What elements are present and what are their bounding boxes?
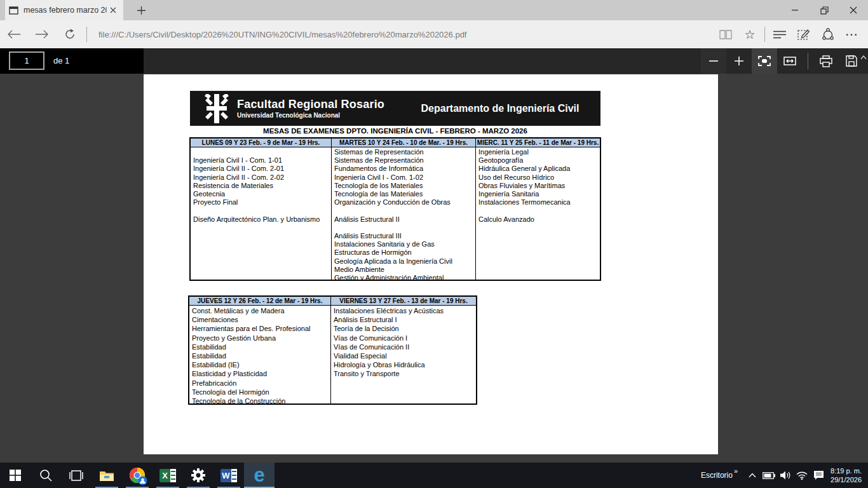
pdf-page: Facultad Regional Rosario Universidad Te…: [144, 74, 718, 454]
edge-icon: e: [254, 466, 264, 485]
reading-view-button[interactable]: [714, 20, 738, 48]
plus-icon: [137, 6, 146, 15]
monday-column: LUNES 09 Y 23 Feb. - 9 de Mar - 19 Hrs. …: [191, 139, 332, 280]
toolbar-chevron-icon[interactable]: »: [734, 467, 738, 475]
toolbar-divider: [764, 27, 765, 42]
column-header-wednesday: MIERC. 11 Y 25 Feb. - 11 de Mar - 19 Hrs…: [476, 139, 600, 147]
column-header-tuesday: MARTES 10 Y 24 Feb. - 10 de Mar. - 19 Hr…: [332, 139, 475, 147]
minus-icon: [709, 56, 719, 66]
scroll-up-icon[interactable]: [860, 51, 867, 62]
document-header-banner: Facultad Regional Rosario Universidad Te…: [190, 91, 600, 126]
web-note-icon: [797, 28, 810, 41]
browser-tab[interactable]: mesas febrero marzo 20: [5, 0, 123, 20]
tab-title: mesas febrero marzo 20: [24, 6, 107, 15]
window-restore-button[interactable]: [810, 0, 839, 20]
settings-button[interactable]: [183, 463, 214, 488]
column-header-monday: LUNES 09 Y 23 Feb. - 9 de Mar - 19 Hrs.: [191, 139, 331, 147]
fit-to-page-button[interactable]: [752, 48, 777, 74]
clock-date: 29/1/2026: [831, 475, 862, 484]
network-indicator[interactable]: [794, 463, 810, 488]
start-button[interactable]: [0, 463, 31, 488]
file-explorer-button[interactable]: [92, 463, 122, 488]
thursday-column: JUEVES 12 Y 26 Feb. - 12 de Mar - 19 Hrs…: [189, 297, 331, 403]
battery-icon: [763, 472, 775, 479]
chrome-icon: [129, 467, 146, 484]
page-number-input[interactable]: [9, 51, 44, 70]
zoom-in-button[interactable]: [726, 48, 752, 74]
column-subjects-thursday: Const. Metálicas y de MaderaCimentacione…: [189, 306, 330, 403]
save-floppy-icon: [846, 55, 857, 67]
speaker-icon: [780, 471, 791, 480]
more-dots-icon: ⋯: [845, 27, 859, 42]
column-subjects-tuesday: Sistemas de RepresentaciónSistemas de Re…: [332, 147, 475, 280]
browser-tab-bar: mesas febrero marzo 20: [0, 0, 868, 20]
task-view-button[interactable]: [61, 463, 92, 488]
tab-close-icon[interactable]: [107, 4, 119, 17]
fit-to-width-button[interactable]: [777, 48, 803, 74]
department-name: Departamento de Ingeniería Civil: [405, 91, 595, 126]
university-name: Universidad Tecnológica Nacional: [237, 112, 384, 119]
hub-button[interactable]: [768, 20, 792, 48]
url-field[interactable]: file:///C:/Users/Civil/Desktop/2026%20UT…: [90, 25, 714, 44]
pdf-content-area[interactable]: Facultad Regional Rosario Universidad Te…: [0, 74, 868, 463]
gear-icon: [191, 468, 206, 483]
back-button[interactable]: [0, 20, 28, 48]
action-center-button[interactable]: [810, 463, 827, 488]
print-button[interactable]: [813, 48, 839, 74]
refresh-icon: [64, 29, 76, 40]
share-icon: [822, 28, 834, 41]
windows-taskbar: X W e Escritorio »: [0, 463, 868, 488]
excel-icon: X: [159, 469, 176, 482]
page-count-label: de 1: [53, 56, 69, 65]
zoom-out-button[interactable]: [701, 48, 726, 74]
window-minimize-button[interactable]: [780, 0, 810, 20]
exam-table-week1: LUNES 09 Y 23 Feb. - 9 de Mar - 19 Hrs. …: [189, 137, 601, 281]
toolbar-divider: [808, 53, 808, 69]
column-subjects-friday: Instalaciones Eléctricas y AcústicasAnál…: [331, 306, 476, 403]
book-icon: [719, 30, 732, 39]
chevron-up-icon: [749, 473, 756, 478]
favorites-button[interactable]: ☆: [738, 20, 762, 48]
more-options-button[interactable]: ⋯: [840, 20, 864, 48]
friday-column: VIERNES 13 Y 27 Feb. - 13 de Mar - 19 Hr…: [331, 297, 476, 403]
show-hidden-icons-button[interactable]: [744, 463, 761, 488]
search-button[interactable]: [31, 463, 61, 488]
edge-button[interactable]: e: [244, 463, 275, 488]
excel-button[interactable]: X: [153, 463, 183, 488]
toolbar-divider: [86, 27, 87, 42]
window-close-button[interactable]: [839, 0, 868, 20]
page-favicon-icon: [9, 6, 18, 15]
column-subjects-wednesday: Ingeniería LegalGeotopografíaHidráulica …: [476, 147, 600, 280]
fit-page-icon: [758, 56, 771, 66]
wifi-icon: [796, 471, 808, 480]
banner-text-block: Facultad Regional Rosario Universidad Te…: [237, 98, 384, 119]
address-bar-actions: ☆ ⋯: [714, 20, 864, 48]
exam-table-week2: JUEVES 12 Y 26 Feb. - 12 de Mar - 19 Hrs…: [188, 295, 477, 405]
taskbar-clock[interactable]: 8:19 p. m. 29/1/2026: [831, 466, 862, 484]
volume-indicator[interactable]: [777, 463, 794, 488]
task-view-icon: [69, 470, 84, 481]
word-button[interactable]: W: [214, 463, 244, 488]
word-icon: W: [220, 469, 237, 482]
battery-indicator[interactable]: [761, 463, 777, 488]
browser-address-bar: file:///C:/Users/Civil/Desktop/2026%20UT…: [0, 20, 868, 48]
search-icon: [39, 469, 52, 482]
new-tab-button[interactable]: [127, 0, 155, 20]
back-arrow-icon: [7, 30, 21, 39]
document-title: MESAS DE EXAMENES DPTO. INGENIERÍA CIVIL…: [190, 127, 600, 135]
hub-lines-icon: [773, 30, 786, 39]
forward-button[interactable]: [28, 20, 56, 48]
chrome-button[interactable]: [122, 463, 153, 488]
desktop-toolbar-label[interactable]: Escritorio: [701, 471, 733, 480]
url-text: file:///C:/Users/Civil/Desktop/2026%20UT…: [98, 30, 466, 39]
pdf-controls: [701, 48, 864, 74]
web-note-button[interactable]: [792, 20, 816, 48]
share-button[interactable]: [816, 20, 840, 48]
pdf-toolbar: de 1: [0, 48, 868, 74]
forward-arrow-icon: [35, 30, 49, 39]
windows-logo-icon: [10, 470, 21, 481]
star-icon: ☆: [744, 27, 755, 42]
window-controls: [780, 0, 868, 20]
refresh-button[interactable]: [56, 20, 84, 48]
chrome-profile-badge: [138, 476, 147, 485]
